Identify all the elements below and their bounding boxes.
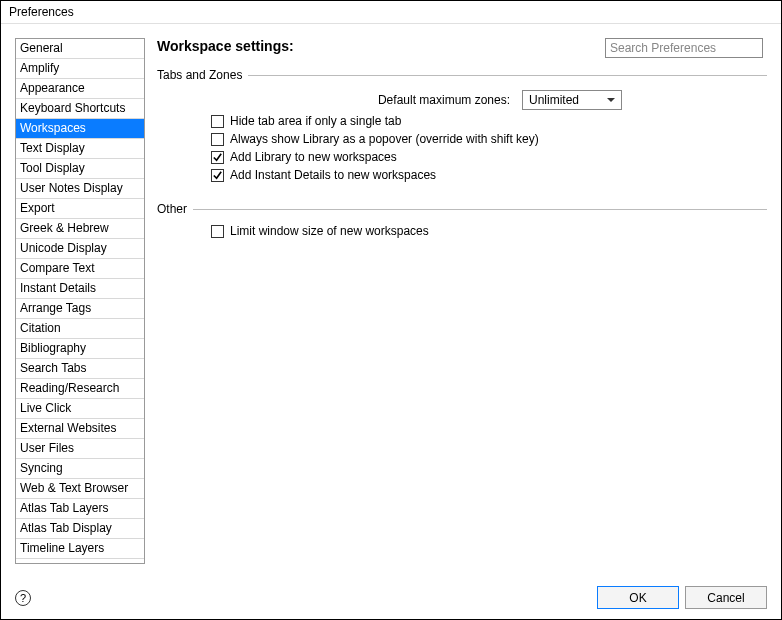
sidebar-item-citation[interactable]: Citation — [16, 319, 144, 339]
sidebar-item-unicode-display[interactable]: Unicode Display — [16, 239, 144, 259]
sidebar-item-atlas-tab-display[interactable]: Atlas Tab Display — [16, 519, 144, 539]
sidebar-item-workspaces[interactable]: Workspaces — [16, 119, 144, 139]
checkbox[interactable] — [211, 151, 224, 164]
sidebar-item-web-text-browser[interactable]: Web & Text Browser — [16, 479, 144, 499]
sidebar-item-text-display[interactable]: Text Display — [16, 139, 144, 159]
divider — [193, 209, 767, 210]
checkbox[interactable] — [211, 225, 224, 238]
checkbox-label: Limit window size of new workspaces — [230, 224, 429, 238]
ok-button[interactable]: OK — [597, 586, 679, 609]
sidebar-item-amplify[interactable]: Amplify — [16, 59, 144, 79]
group-title-other: Other — [157, 202, 187, 216]
sidebar-item-user-files[interactable]: User Files — [16, 439, 144, 459]
sidebar-item-live-click[interactable]: Live Click — [16, 399, 144, 419]
sidebar-item-keyboard-shortcuts[interactable]: Keyboard Shortcuts — [16, 99, 144, 119]
checkbox-label: Hide tab area if only a single tab — [230, 114, 401, 128]
default-max-zones-select[interactable]: Unlimited — [522, 90, 622, 110]
cancel-button[interactable]: Cancel — [685, 586, 767, 609]
checkbox[interactable] — [211, 133, 224, 146]
sidebar-item-search-tabs[interactable]: Search Tabs — [16, 359, 144, 379]
sidebar-item-arrange-tags[interactable]: Arrange Tags — [16, 299, 144, 319]
sidebar-item-atlas-tab-layers[interactable]: Atlas Tab Layers — [16, 499, 144, 519]
sidebar-item-timeline-display[interactable]: Timeline Display — [16, 559, 144, 564]
group-other: Other Limit window size of new workspace… — [157, 202, 767, 244]
sidebar-item-bibliography[interactable]: Bibliography — [16, 339, 144, 359]
checkbox-label: Always show Library as a popover (overri… — [230, 132, 539, 146]
sidebar-item-tool-display[interactable]: Tool Display — [16, 159, 144, 179]
checkbox[interactable] — [211, 169, 224, 182]
sidebar-item-general[interactable]: General — [16, 39, 144, 59]
search-input[interactable] — [605, 38, 763, 58]
group-tabs-zones: Tabs and Zones Default maximum zones: Un… — [157, 68, 767, 188]
sidebar-item-user-notes-display[interactable]: User Notes Display — [16, 179, 144, 199]
sidebar-item-instant-details[interactable]: Instant Details — [16, 279, 144, 299]
sidebar-item-appearance[interactable]: Appearance — [16, 79, 144, 99]
window-title: Preferences — [1, 1, 781, 24]
sidebar-item-timeline-layers[interactable]: Timeline Layers — [16, 539, 144, 559]
sidebar-item-syncing[interactable]: Syncing — [16, 459, 144, 479]
sidebar-item-compare-text[interactable]: Compare Text — [16, 259, 144, 279]
sidebar-item-reading-research[interactable]: Reading/Research — [16, 379, 144, 399]
help-icon[interactable]: ? — [15, 590, 31, 606]
checkbox-label: Add Instant Details to new workspaces — [230, 168, 436, 182]
preferences-sidebar: GeneralAmplifyAppearanceKeyboard Shortcu… — [15, 38, 145, 564]
divider — [248, 75, 767, 76]
sidebar-item-export[interactable]: Export — [16, 199, 144, 219]
checkbox[interactable] — [211, 115, 224, 128]
checkbox-label: Add Library to new workspaces — [230, 150, 397, 164]
default-max-zones-label: Default maximum zones: — [211, 93, 516, 107]
group-title-tabs-zones: Tabs and Zones — [157, 68, 242, 82]
sidebar-item-external-websites[interactable]: External Websites — [16, 419, 144, 439]
sidebar-item-greek-hebrew[interactable]: Greek & Hebrew — [16, 219, 144, 239]
